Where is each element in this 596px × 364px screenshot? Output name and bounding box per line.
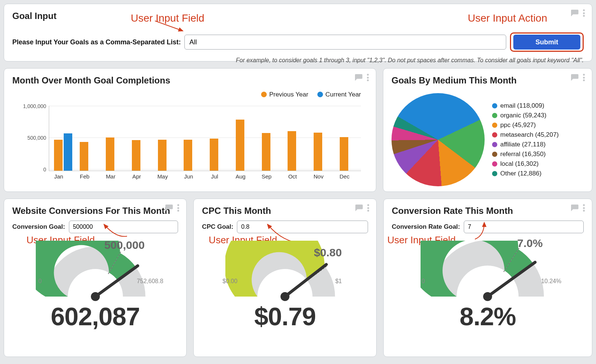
- svg-point-2: [91, 292, 100, 301]
- bar-chart: 0500,0001,000,000JanFebMarAprMayJunJulAu…: [15, 102, 365, 180]
- panel-title: Website Conversions For This Month: [12, 206, 178, 216]
- gauge-value: 602,087: [12, 302, 178, 331]
- bar-legend: Previous Year Current Year: [261, 91, 361, 98]
- svg-point-5: [280, 292, 289, 301]
- more-menu-icon[interactable]: [583, 74, 585, 81]
- pie-legend-item: metasearch (45,207): [492, 131, 559, 139]
- gauge-min: 0: [422, 278, 425, 285]
- pie-legend-item: affiliate (27,118): [492, 141, 559, 148]
- pie-legend-item: ppc (45,927): [492, 121, 559, 129]
- cpc-goal-label: CPC Goal:: [202, 223, 233, 231]
- panel-title: CPC This Month: [202, 206, 368, 216]
- submit-button[interactable]: Submit: [513, 35, 580, 50]
- comment-icon[interactable]: [165, 205, 173, 211]
- goals-help-text: For example, to consider goals 1 through…: [12, 57, 584, 64]
- panel-actions: [355, 204, 370, 212]
- gauge-goal: 500,000: [104, 239, 145, 251]
- comment-icon[interactable]: [570, 205, 578, 211]
- goals-input-label: Please Input Your Goals as a Comma-Separ…: [12, 38, 181, 46]
- panel-actions: [570, 9, 585, 17]
- gauge-goal: 7.0%: [517, 237, 543, 250]
- panel-title: Goal Input: [12, 11, 584, 21]
- pie-legend-item: Other (12,886): [492, 170, 559, 177]
- comment-icon[interactable]: [354, 74, 362, 81]
- svg-point-8: [483, 292, 492, 301]
- comment-icon[interactable]: [570, 74, 578, 81]
- pie-legend-item: email (118,009): [492, 102, 559, 110]
- pie-legend: email (118,009)organic (59,243)ppc (45,9…: [492, 102, 559, 177]
- cpc-goal-input[interactable]: [237, 221, 368, 233]
- panel-actions: [165, 204, 180, 212]
- pie-legend-item: local (16,302): [492, 160, 559, 168]
- gauge-max: 10.24%: [541, 278, 561, 285]
- legend-prev: Previous Year: [269, 91, 308, 98]
- goal-input-panel: Goal Input Please Input Your Goals as a …: [4, 4, 592, 61]
- gauge-min: 0: [38, 278, 42, 285]
- conversion-rate-panel: Conversion Rate This Month Conversion Ra…: [383, 199, 592, 357]
- comment-icon[interactable]: [355, 205, 363, 211]
- panel-actions: [570, 204, 585, 212]
- gauge-goal: $0.80: [314, 246, 342, 259]
- gauge-rate: [421, 241, 555, 304]
- more-menu-icon[interactable]: [583, 204, 585, 212]
- panel-title: Conversion Rate This Month: [392, 206, 584, 216]
- panel-actions: [570, 74, 585, 81]
- cpc-panel: CPC This Month CPC Goal: User Input Fiel…: [193, 199, 376, 357]
- arrow-icon: [153, 19, 187, 34]
- more-menu-icon[interactable]: [367, 204, 370, 212]
- conversion-goal-input[interactable]: [69, 221, 178, 233]
- pie-legend-item: referral (16,350): [492, 151, 559, 158]
- panel-title: Month Over Month Goal Completions: [12, 75, 368, 86]
- more-menu-icon[interactable]: [583, 9, 585, 17]
- gauge-value: $0.79: [202, 302, 368, 331]
- goals-by-medium-panel: Goals By Medium This Month email (118,00…: [383, 68, 592, 192]
- gauge-min: $0.00: [222, 278, 237, 285]
- gauge-max: $1: [335, 278, 342, 285]
- website-conversions-panel: Website Conversions For This Month Conve…: [4, 199, 187, 357]
- panel-title: Goals By Medium This Month: [391, 75, 584, 86]
- gauge-value: 8.2%: [392, 302, 584, 331]
- more-menu-icon[interactable]: [367, 74, 369, 81]
- comment-icon[interactable]: [570, 10, 578, 16]
- more-menu-icon[interactable]: [177, 204, 180, 212]
- pie-legend-item: organic (59,243): [492, 112, 559, 119]
- submit-highlight: Submit: [510, 32, 584, 52]
- conversion-goal-label: Conversion Goal:: [12, 223, 65, 231]
- panel-actions: [354, 74, 369, 81]
- gauge-max: 752,608.8: [137, 278, 163, 285]
- rate-goal-input[interactable]: [464, 221, 584, 233]
- rate-goal-label: Conversion Rate Goal:: [392, 223, 460, 231]
- legend-cur: Current Year: [326, 91, 361, 98]
- goals-input[interactable]: [184, 35, 506, 50]
- mom-goal-completions-panel: Month Over Month Goal Completions Previo…: [4, 68, 376, 192]
- pie-chart: [391, 93, 485, 186]
